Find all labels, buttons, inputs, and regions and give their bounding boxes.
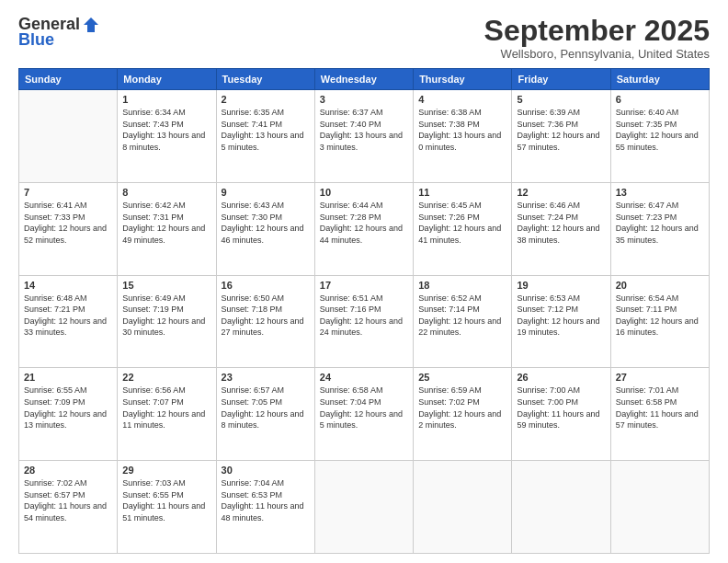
day-info: Sunrise: 6:44 AMSunset: 7:28 PMDaylight:…	[320, 200, 408, 246]
day-info: Sunrise: 6:59 AMSunset: 7:02 PMDaylight:…	[418, 385, 506, 431]
table-row: 7Sunrise: 6:41 AMSunset: 7:33 PMDaylight…	[19, 182, 118, 275]
day-number: 23	[222, 372, 310, 383]
day-number: 13	[616, 187, 704, 198]
col-wednesday: Wednesday	[314, 69, 413, 90]
table-row: 28Sunrise: 7:02 AMSunset: 6:57 PMDayligh…	[19, 461, 118, 554]
table-row: 12Sunrise: 6:46 AMSunset: 7:24 PMDayligh…	[512, 182, 610, 275]
table-row: 1Sunrise: 6:34 AMSunset: 7:43 PMDaylight…	[118, 90, 216, 183]
day-info: Sunrise: 6:43 AMSunset: 7:30 PMDaylight:…	[222, 200, 310, 246]
day-info: Sunrise: 6:35 AMSunset: 7:41 PMDaylight:…	[222, 107, 310, 153]
table-row: 17Sunrise: 6:51 AMSunset: 7:16 PMDayligh…	[314, 275, 413, 368]
table-row: 24Sunrise: 6:58 AMSunset: 7:04 PMDayligh…	[314, 368, 413, 461]
day-info: Sunrise: 6:37 AMSunset: 7:40 PMDaylight:…	[320, 107, 408, 153]
calendar-week-row: 1Sunrise: 6:34 AMSunset: 7:43 PMDaylight…	[19, 90, 710, 183]
day-number: 26	[517, 372, 605, 383]
day-number: 28	[24, 465, 112, 476]
day-number: 22	[122, 372, 210, 383]
day-info: Sunrise: 6:42 AMSunset: 7:31 PMDaylight:…	[122, 200, 210, 246]
day-number: 21	[24, 372, 112, 383]
day-info: Sunrise: 6:53 AMSunset: 7:12 PMDaylight:…	[517, 293, 605, 339]
logo-icon	[82, 16, 100, 34]
day-number: 7	[24, 187, 112, 198]
title-block: September 2025 Wellsboro, Pennsylvania, …	[484, 15, 710, 61]
day-number: 8	[122, 187, 210, 198]
table-row: 20Sunrise: 6:54 AMSunset: 7:11 PMDayligh…	[610, 275, 709, 368]
table-row	[314, 461, 413, 554]
svg-marker-0	[84, 17, 98, 32]
calendar-table: Sunday Monday Tuesday Wednesday Thursday…	[18, 68, 710, 554]
day-info: Sunrise: 6:39 AMSunset: 7:36 PMDaylight:…	[517, 107, 605, 153]
table-row: 4Sunrise: 6:38 AMSunset: 7:38 PMDaylight…	[414, 90, 512, 183]
calendar-week-row: 28Sunrise: 7:02 AMSunset: 6:57 PMDayligh…	[19, 461, 710, 554]
day-info: Sunrise: 6:46 AMSunset: 7:24 PMDaylight:…	[517, 200, 605, 246]
day-info: Sunrise: 6:56 AMSunset: 7:07 PMDaylight:…	[122, 385, 210, 431]
col-saturday: Saturday	[610, 69, 709, 90]
col-tuesday: Tuesday	[216, 69, 314, 90]
day-number: 25	[418, 372, 506, 383]
day-info: Sunrise: 6:54 AMSunset: 7:11 PMDaylight:…	[616, 293, 704, 339]
day-info: Sunrise: 6:57 AMSunset: 7:05 PMDaylight:…	[222, 385, 310, 431]
day-number: 12	[517, 187, 605, 198]
day-number: 2	[222, 94, 310, 105]
day-info: Sunrise: 7:01 AMSunset: 6:58 PMDaylight:…	[616, 385, 704, 431]
day-info: Sunrise: 7:02 AMSunset: 6:57 PMDaylight:…	[24, 477, 112, 523]
day-number: 10	[320, 187, 408, 198]
table-row	[19, 90, 118, 183]
day-number: 24	[320, 372, 408, 383]
table-row: 16Sunrise: 6:50 AMSunset: 7:18 PMDayligh…	[216, 275, 314, 368]
header: General Blue September 2025 Wellsboro, P…	[18, 15, 710, 61]
col-thursday: Thursday	[414, 69, 512, 90]
day-number: 14	[24, 280, 112, 291]
table-row: 18Sunrise: 6:52 AMSunset: 7:14 PMDayligh…	[414, 275, 512, 368]
day-number: 29	[122, 465, 210, 476]
table-row	[414, 461, 512, 554]
table-row: 5Sunrise: 6:39 AMSunset: 7:36 PMDaylight…	[512, 90, 610, 183]
day-info: Sunrise: 7:00 AMSunset: 7:00 PMDaylight:…	[517, 385, 605, 431]
calendar-week-row: 14Sunrise: 6:48 AMSunset: 7:21 PMDayligh…	[19, 275, 710, 368]
day-number: 4	[418, 94, 506, 105]
calendar-week-row: 7Sunrise: 6:41 AMSunset: 7:33 PMDaylight…	[19, 182, 710, 275]
day-number: 5	[517, 94, 605, 105]
day-info: Sunrise: 6:41 AMSunset: 7:33 PMDaylight:…	[24, 200, 112, 246]
day-info: Sunrise: 6:48 AMSunset: 7:21 PMDaylight:…	[24, 293, 112, 339]
table-row: 19Sunrise: 6:53 AMSunset: 7:12 PMDayligh…	[512, 275, 610, 368]
location: Wellsboro, Pennsylvania, United States	[484, 47, 710, 61]
day-number: 16	[222, 280, 310, 291]
day-number: 1	[122, 94, 210, 105]
table-row: 6Sunrise: 6:40 AMSunset: 7:35 PMDaylight…	[610, 90, 709, 183]
table-row: 3Sunrise: 6:37 AMSunset: 7:40 PMDaylight…	[314, 90, 413, 183]
day-number: 18	[418, 280, 506, 291]
day-number: 11	[418, 187, 506, 198]
day-number: 20	[616, 280, 704, 291]
calendar-week-row: 21Sunrise: 6:55 AMSunset: 7:09 PMDayligh…	[19, 368, 710, 461]
day-info: Sunrise: 6:58 AMSunset: 7:04 PMDaylight:…	[320, 385, 408, 431]
day-number: 3	[320, 94, 408, 105]
day-info: Sunrise: 6:50 AMSunset: 7:18 PMDaylight:…	[222, 293, 310, 339]
table-row: 21Sunrise: 6:55 AMSunset: 7:09 PMDayligh…	[19, 368, 118, 461]
day-info: Sunrise: 6:38 AMSunset: 7:38 PMDaylight:…	[418, 107, 506, 153]
day-number: 27	[616, 372, 704, 383]
logo: General Blue	[18, 15, 100, 50]
calendar-page: General Blue September 2025 Wellsboro, P…	[0, 0, 728, 563]
table-row: 8Sunrise: 6:42 AMSunset: 7:31 PMDaylight…	[118, 182, 216, 275]
day-info: Sunrise: 6:55 AMSunset: 7:09 PMDaylight:…	[24, 385, 112, 431]
col-sunday: Sunday	[19, 69, 118, 90]
table-row: 11Sunrise: 6:45 AMSunset: 7:26 PMDayligh…	[414, 182, 512, 275]
day-number: 6	[616, 94, 704, 105]
day-number: 15	[122, 280, 210, 291]
day-info: Sunrise: 6:52 AMSunset: 7:14 PMDaylight:…	[418, 293, 506, 339]
day-info: Sunrise: 6:49 AMSunset: 7:19 PMDaylight:…	[122, 293, 210, 339]
table-row: 22Sunrise: 6:56 AMSunset: 7:07 PMDayligh…	[118, 368, 216, 461]
table-row: 26Sunrise: 7:00 AMSunset: 7:00 PMDayligh…	[512, 368, 610, 461]
day-info: Sunrise: 7:04 AMSunset: 6:53 PMDaylight:…	[222, 477, 310, 523]
day-info: Sunrise: 7:03 AMSunset: 6:55 PMDaylight:…	[122, 477, 210, 523]
table-row: 25Sunrise: 6:59 AMSunset: 7:02 PMDayligh…	[414, 368, 512, 461]
table-row: 14Sunrise: 6:48 AMSunset: 7:21 PMDayligh…	[19, 275, 118, 368]
table-row: 29Sunrise: 7:03 AMSunset: 6:55 PMDayligh…	[118, 461, 216, 554]
table-row: 9Sunrise: 6:43 AMSunset: 7:30 PMDaylight…	[216, 182, 314, 275]
table-row	[512, 461, 610, 554]
day-number: 30	[222, 465, 310, 476]
day-number: 17	[320, 280, 408, 291]
table-row: 23Sunrise: 6:57 AMSunset: 7:05 PMDayligh…	[216, 368, 314, 461]
table-row: 27Sunrise: 7:01 AMSunset: 6:58 PMDayligh…	[610, 368, 709, 461]
